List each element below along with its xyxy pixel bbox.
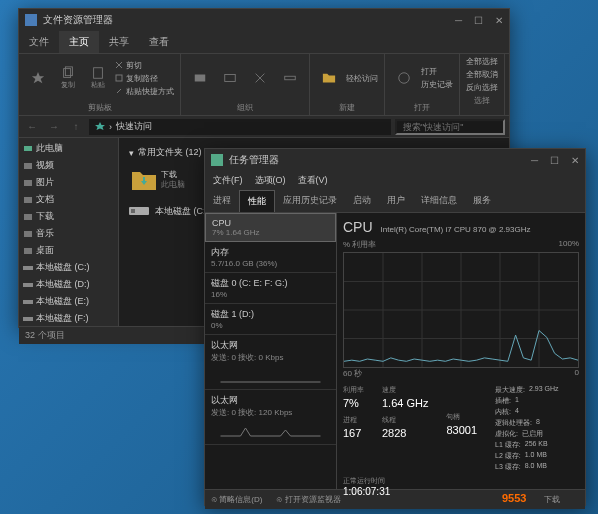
side-ethernet1[interactable]: 以太网 发送: 0 接收: 0 Kbps (205, 335, 336, 390)
easy-access-item[interactable]: 轻松访问 (346, 73, 378, 84)
svg-rect-2 (94, 68, 103, 79)
tree-videos[interactable]: 视频 (21, 157, 116, 174)
minimize-button[interactable]: ─ (531, 155, 538, 166)
search-input[interactable] (395, 119, 505, 135)
paste-shortcut-item[interactable]: 粘贴快捷方式 (115, 86, 174, 97)
fewer-details-link[interactable]: ⊙ 简略信息(D) (211, 494, 262, 505)
side-ethernet2[interactable]: 以太网 发送: 0 接收: 120 Kbps (205, 390, 336, 445)
svg-rect-13 (24, 248, 32, 254)
svg-rect-16 (23, 300, 33, 304)
svg-rect-11 (24, 214, 32, 220)
tree-drive-f[interactable]: 本地磁盘 (F:) (21, 310, 116, 326)
task-manager-window: 任务管理器 ─ ☐ ✕ 文件(F) 选项(O) 查看(V) 进程 性能 应用历史… (204, 148, 586, 506)
rename-button[interactable] (277, 62, 303, 94)
forward-button[interactable]: → (45, 118, 63, 136)
tree-documents[interactable]: 文档 (21, 191, 116, 208)
ribbon-select-group: 全部选择 全部取消 反向选择 选择 (460, 54, 505, 115)
tree-drive-e[interactable]: 本地磁盘 (E:) (21, 293, 116, 310)
tree-drive-d[interactable]: 本地磁盘 (D:) (21, 276, 116, 293)
taskmgr-icon (211, 154, 223, 166)
navigation-tree[interactable]: 此电脑 视频 图片 文档 下载 音乐 桌面 本地磁盘 (C:) 本地磁盘 (D:… (19, 138, 119, 326)
svg-rect-7 (24, 146, 32, 151)
new-label: 新建 (316, 100, 378, 113)
svg-rect-9 (24, 180, 32, 186)
copyto-button[interactable] (217, 62, 243, 94)
side-disk0[interactable]: 磁盘 0 (C: E: F: G:) 16% (205, 273, 336, 304)
tree-desktop[interactable]: 桌面 (21, 242, 116, 259)
maximize-button[interactable]: ☐ (550, 155, 559, 166)
close-button[interactable]: ✕ (495, 15, 503, 26)
tree-music[interactable]: 音乐 (21, 225, 116, 242)
tab-processes[interactable]: 进程 (205, 190, 239, 212)
tab-share[interactable]: 共享 (99, 31, 139, 53)
tree-drive-c[interactable]: 本地磁盘 (C:) (21, 259, 116, 276)
tab-details[interactable]: 详细信息 (413, 190, 465, 212)
explorer-icon (25, 14, 37, 26)
pin-button[interactable] (25, 62, 51, 94)
star-icon (95, 122, 105, 132)
breadcrumb[interactable]: › 快速访问 (89, 119, 391, 135)
ribbon-new-group: 轻松访问 新建 (310, 54, 385, 115)
tree-this-pc[interactable]: 此电脑 (21, 140, 116, 157)
svg-rect-3 (116, 75, 122, 81)
menu-file[interactable]: 文件(F) (213, 174, 243, 187)
taskmgr-body: CPU 7% 1.64 GHz 内存 5.7/16.0 GB (36%) 磁盘 … (205, 213, 585, 489)
copy-button[interactable]: 复制 (55, 62, 81, 94)
paste-button[interactable]: 粘贴 (85, 62, 111, 94)
side-memory[interactable]: 内存 5.7/16.0 GB (36%) (205, 242, 336, 273)
tab-services[interactable]: 服务 (465, 190, 499, 212)
moveto-button[interactable] (187, 62, 213, 94)
open-label: 打开 (391, 100, 453, 113)
back-button[interactable]: ← (23, 118, 41, 136)
ribbon-organize-group: 组织 (181, 54, 310, 115)
folder-downloads[interactable]: 下载此电脑 (131, 167, 197, 193)
tree-pictures[interactable]: 图片 (21, 174, 116, 191)
tab-home[interactable]: 主页 (59, 31, 99, 53)
tab-view[interactable]: 查看 (139, 31, 179, 53)
select-all-item[interactable]: 全部选择 (466, 56, 498, 67)
window-controls: ─ ☐ ✕ (455, 15, 503, 26)
clipboard-label: 剪贴板 (25, 100, 174, 113)
ribbon-open-group: 打开 历史记录 打开 (385, 54, 460, 115)
explorer-title: 文件资源管理器 (43, 13, 113, 27)
side-disk1[interactable]: 磁盘 1 (D:) 0% (205, 304, 336, 335)
copy-path-item[interactable]: 复制路径 (115, 73, 174, 84)
invert-selection-item[interactable]: 反向选择 (466, 82, 498, 93)
address-bar: ← → ↑ › 快速访问 (19, 116, 509, 138)
svg-rect-17 (23, 317, 33, 321)
side-cpu[interactable]: CPU 7% 1.64 GHz (205, 213, 336, 242)
cpu-stats: 利用率 7% 进程 167 速度 1.64 GHz 线程 2828 句柄 830… (343, 385, 579, 472)
delete-button[interactable] (247, 62, 273, 94)
maximize-button[interactable]: ☐ (474, 15, 483, 26)
menu-options[interactable]: 选项(O) (255, 174, 286, 187)
resource-monitor-link[interactable]: ⊙ 打开资源监视器 (276, 494, 340, 505)
taskmgr-titlebar[interactable]: 任务管理器 ─ ☐ ✕ (205, 149, 585, 171)
properties-button[interactable] (391, 62, 417, 94)
cut-item[interactable]: 剪切 (115, 60, 174, 71)
tab-app-history[interactable]: 应用历史记录 (275, 190, 345, 212)
svg-point-6 (399, 73, 410, 84)
chart-xlabel: 60 秒 (343, 368, 362, 379)
tab-file[interactable]: 文件 (19, 31, 59, 53)
utilization-value: 7% (343, 397, 364, 409)
history-item[interactable]: 历史记录 (421, 79, 453, 90)
open-item[interactable]: 打开 (421, 66, 453, 77)
processes-value: 167 (343, 427, 364, 439)
speed-value: 1.64 GHz (382, 397, 428, 409)
taskmgr-title: 任务管理器 (229, 153, 279, 167)
select-none-item[interactable]: 全部取消 (466, 69, 498, 80)
tab-performance[interactable]: 性能 (239, 190, 275, 212)
up-button[interactable]: ↑ (67, 118, 85, 136)
ribbon-clipboard-group: 复制 粘贴 剪切 复制路径 粘贴快捷方式 剪贴板 (19, 54, 181, 115)
close-button[interactable]: ✕ (571, 155, 579, 166)
minimize-button[interactable]: ─ (455, 15, 462, 26)
tree-downloads[interactable]: 下载 (21, 208, 116, 225)
explorer-titlebar[interactable]: 文件资源管理器 ─ ☐ ✕ (19, 9, 509, 31)
menu-view[interactable]: 查看(V) (298, 174, 328, 187)
tab-startup[interactable]: 启动 (345, 190, 379, 212)
svg-text:9553: 9553 (502, 492, 526, 504)
svg-rect-15 (23, 283, 33, 287)
new-folder-button[interactable] (316, 62, 342, 94)
cpu-title: CPU (343, 219, 373, 235)
tab-users[interactable]: 用户 (379, 190, 413, 212)
